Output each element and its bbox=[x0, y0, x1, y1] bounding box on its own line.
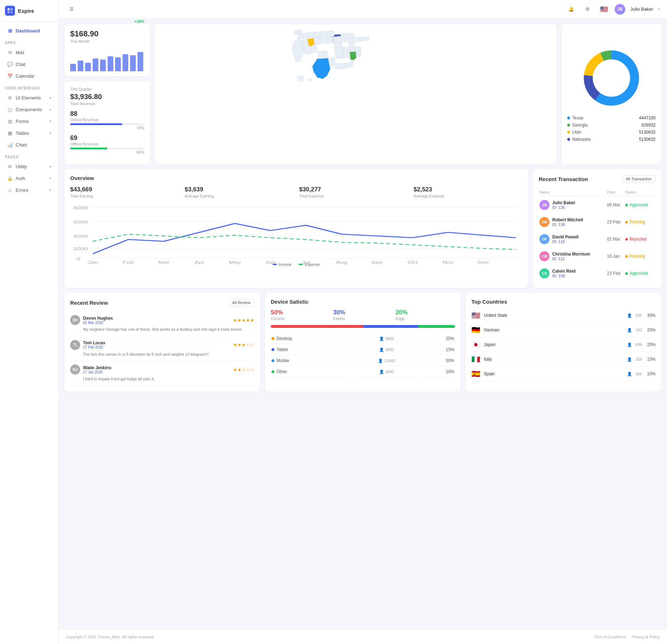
avg-earning: $3,639 Average Earning bbox=[185, 186, 293, 198]
country-item: 🇪🇸 Spain 👤 266 10% bbox=[471, 367, 656, 381]
bar-3 bbox=[85, 63, 91, 71]
donut-legend: Texas 4447100 Georgia 626932 Utah 513063… bbox=[567, 114, 656, 143]
reviews-list: DH Devon Hughes 02 Mar 2020 ★★★★★ My nei… bbox=[70, 311, 254, 386]
language-flag-icon[interactable]: 🇺🇸 bbox=[598, 4, 610, 15]
svg-rect-3 bbox=[10, 11, 12, 13]
terms-link[interactable]: Term & Conditions bbox=[594, 635, 626, 639]
sidebar-item-label: Forms bbox=[16, 119, 29, 124]
legend-nebraska: Nebraska 5130632 bbox=[567, 136, 656, 143]
table-row: JB Julio Baker ID: 135 06 Mar Approved bbox=[539, 197, 655, 213]
quarter-label: This Quarter bbox=[70, 87, 144, 91]
device-row: Tablet 👤 3582 15% bbox=[272, 345, 454, 355]
svg-text:8000: 8000 bbox=[73, 206, 88, 210]
sidebar-item-label: Errors bbox=[16, 187, 28, 193]
apps-section-label: APPS bbox=[0, 37, 58, 46]
footer: Copyright © 2021 Theme_Nate. All rights … bbox=[59, 629, 667, 644]
firefox-label: Firefox bbox=[333, 316, 393, 321]
device-row: Other 👤 1845 10% bbox=[272, 367, 454, 377]
overview-title: Overview bbox=[70, 175, 522, 181]
review-item: TL Tom Lucas 27 Feb 2020 ★★★☆☆ The box t… bbox=[70, 336, 254, 361]
utility-icon: ⚙ bbox=[7, 164, 13, 169]
online-progress-bar bbox=[70, 123, 144, 125]
menu-button[interactable]: ☰ bbox=[66, 4, 77, 15]
svg-rect-2 bbox=[7, 11, 10, 13]
sidebar-item-label: Utility bbox=[16, 164, 27, 169]
svg-text:May: May bbox=[229, 261, 241, 264]
all-review-button[interactable]: All Review bbox=[228, 299, 254, 306]
donut-card: Texas 4447100 Georgia 626932 Utah 513063… bbox=[562, 24, 661, 164]
sidebar-item-label: Components bbox=[16, 107, 42, 112]
south-dakota-state bbox=[314, 32, 320, 38]
online-value: 88 bbox=[70, 110, 144, 118]
col-status: Status bbox=[625, 189, 655, 196]
table-row: CR Calvin Reid ID: 108 23 Feb Approved bbox=[539, 265, 655, 282]
bar-9 bbox=[130, 55, 136, 71]
online-revenue-metric: 88 Online Revenue 70% bbox=[70, 110, 144, 130]
wyoming-state bbox=[307, 32, 314, 38]
privacy-link[interactable]: Privacy & Policy bbox=[632, 635, 660, 639]
sidebar-item-chat[interactable]: 💬 Chat bbox=[2, 58, 56, 70]
sidebar-item-calendar[interactable]: 📅 Calendar bbox=[2, 70, 56, 82]
topbar: ☰ 🔔 ⚙ 🇺🇸 JB Julio Baker ▾ bbox=[59, 0, 667, 19]
sidebar-item-chart[interactable]: 📊 Chart bbox=[2, 139, 56, 150]
bar-1 bbox=[70, 64, 76, 71]
sidebar-logo: Espire bbox=[0, 0, 58, 22]
auth-icon: 🔒 bbox=[7, 175, 13, 181]
country-item: 🇯🇵 Japan 👤 699 20% bbox=[471, 338, 656, 352]
sidebar-item-mail[interactable]: ✉ Mail bbox=[2, 47, 56, 58]
rt-title: Recent Transaction bbox=[539, 176, 588, 182]
dashboard-icon: ⊞ bbox=[7, 28, 13, 34]
tables-icon: ▦ bbox=[7, 130, 13, 136]
legend-texas: Texas 4447100 bbox=[567, 114, 656, 122]
review-item: WJ Wade Jenkins 17 Jan 2020 ★★☆☆☆ I trie… bbox=[70, 361, 254, 386]
pages-section-label: PAGES bbox=[0, 151, 58, 160]
ui-elements-icon: ⚙ bbox=[7, 95, 13, 101]
offline-revenue-metric: 69 Offline Revenue 50% bbox=[70, 134, 144, 154]
pennsylvania-state bbox=[355, 37, 361, 42]
total-expense-label: Total Expense bbox=[299, 194, 408, 198]
overview-card: Overview $43,669 Total Earning $3,639 Av… bbox=[64, 169, 528, 288]
online-pct: 70% bbox=[70, 126, 144, 130]
app-name: Espire bbox=[18, 8, 34, 14]
notification-bell-icon[interactable]: 🔔 bbox=[565, 4, 577, 15]
svg-text:Nov: Nov bbox=[442, 261, 454, 264]
all-transaction-button[interactable]: All Transaction bbox=[622, 175, 656, 183]
review-header: Recent Review All Review bbox=[70, 299, 254, 306]
monthly-amount: $168.90 bbox=[70, 29, 99, 38]
chevron-down-icon: ▾ bbox=[50, 96, 51, 100]
chevron-down-icon: ▾ bbox=[50, 188, 51, 192]
svg-text:Apr: Apr bbox=[194, 261, 204, 264]
svg-text:6000: 6000 bbox=[73, 220, 88, 224]
sidebar-item-dashboard[interactable]: ⊞ Dashboard bbox=[2, 25, 56, 36]
sidebar-item-label: Auth bbox=[16, 176, 25, 181]
device-metrics: 50% Chrome 30% Firefox 20% Edge bbox=[271, 309, 455, 321]
total-earning: $43,669 Total Earning bbox=[70, 186, 179, 198]
chrome-label: Chrome bbox=[271, 316, 330, 321]
sidebar-item-forms[interactable]: ▤ Forms ▾ bbox=[2, 115, 56, 127]
svg-rect-1 bbox=[10, 8, 12, 10]
country-item: 🇮🇹 Italy 👤 328 15% bbox=[471, 352, 656, 367]
colorado-state bbox=[314, 37, 320, 45]
country-item: 🇩🇪 German 👤 743 25% bbox=[471, 323, 656, 338]
sidebar-item-tables[interactable]: ▦ Tables ▾ bbox=[2, 127, 56, 139]
missouri-state bbox=[334, 42, 343, 48]
bar-4 bbox=[93, 58, 98, 71]
california-state bbox=[292, 39, 303, 62]
legend-utah: Utah 5130632 bbox=[567, 129, 656, 136]
sidebar-item-components[interactable]: ◫ Components ▾ bbox=[2, 104, 56, 115]
user-menu-chevron[interactable]: ▾ bbox=[658, 7, 660, 11]
online-label: Online Revenue bbox=[70, 118, 144, 122]
sidebar-item-errors[interactable]: ⚠ Errors ▾ bbox=[2, 184, 56, 196]
hawaii-state bbox=[307, 78, 312, 81]
minnesota-state bbox=[327, 31, 334, 37]
chevron-down-icon: ▾ bbox=[50, 165, 51, 169]
sidebar-item-auth[interactable]: 🔒 Auth ▾ bbox=[2, 172, 56, 184]
sidebar-item-label: Dashboard bbox=[16, 28, 40, 34]
sidebar-item-ui-elements[interactable]: ⚙ UI Elements ▾ bbox=[2, 92, 56, 103]
sidebar-item-utility[interactable]: ⚙ Utility ▾ bbox=[2, 161, 56, 172]
bar-5 bbox=[100, 60, 106, 71]
svg-text:0: 0 bbox=[77, 257, 80, 261]
online-progress-fill bbox=[70, 123, 122, 125]
avg-expense: $2,523 Average Expense bbox=[414, 186, 522, 198]
settings-gear-icon[interactable]: ⚙ bbox=[582, 4, 593, 15]
